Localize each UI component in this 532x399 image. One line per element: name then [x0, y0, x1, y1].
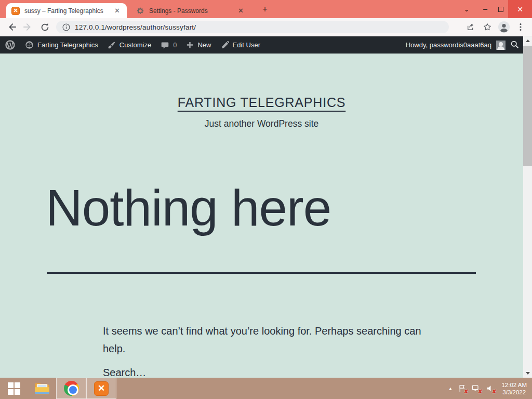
start-button[interactable] [0, 378, 28, 399]
tab-close-icon[interactable]: ✕ [113, 6, 122, 15]
wp-comments-menu[interactable]: 0 [156, 36, 181, 54]
tab-search-chevron-icon[interactable]: ⌄ [462, 5, 471, 14]
clock-date: 3/3/2022 [501, 389, 527, 396]
taskbar: ✕ ▲ ✘ ✘ ✘ 12:02 AM 3/3/2022 [0, 378, 532, 399]
wp-search-icon[interactable] [510, 40, 519, 50]
wordpress-logo-icon [5, 39, 16, 50]
wp-comment-count: 0 [173, 41, 177, 49]
back-button[interactable] [3, 20, 20, 34]
xampp-taskbar-button[interactable]: ✕ [86, 378, 116, 399]
bookmark-star-icon[interactable] [479, 20, 496, 34]
browser-tab-strip: ✕ sussy – Farting Telegraphics ✕ Setting… [0, 0, 532, 18]
browser-menu-icon[interactable] [512, 20, 529, 34]
page-scrollbar[interactable] [523, 36, 532, 378]
tab-title: sussy – Farting Telegraphics [24, 7, 113, 15]
action-center-flag-icon[interactable]: ✘ [457, 384, 467, 393]
wp-user-avatar[interactable] [496, 41, 506, 50]
clock-time: 12:02 AM [501, 381, 527, 389]
wp-site-name-menu[interactable]: Farting Telegraphics [20, 36, 103, 54]
browser-toolbar: 127.0.0.1/wordpress/author/sussyfart/ [0, 18, 532, 36]
address-bar[interactable]: 127.0.0.1/wordpress/author/sussyfart/ [56, 21, 449, 33]
system-tray: ▲ ✘ ✘ ✘ 12:02 AM 3/3/2022 [448, 378, 532, 399]
paintbrush-icon [108, 41, 116, 49]
volume-icon[interactable]: ✘ [485, 384, 495, 393]
site-info-icon[interactable] [62, 23, 70, 31]
plus-icon [186, 41, 194, 49]
search-field-label: Search… [103, 367, 146, 378]
site-title: FARTING TELEGRAPHICS [0, 95, 523, 110]
file-explorer-icon [34, 382, 50, 395]
tab-close-icon[interactable]: ✕ [236, 6, 245, 15]
reload-button[interactable] [36, 20, 53, 34]
tab-settings[interactable]: Settings - Passwords ✕ [131, 3, 250, 18]
tab-site[interactable]: ✕ sussy – Farting Telegraphics ✕ [6, 3, 127, 18]
header-divider [47, 272, 476, 274]
wp-new-menu[interactable]: New [181, 36, 216, 54]
window-minimize-button[interactable]: – [478, 0, 493, 18]
comment-bubble-icon [161, 41, 169, 49]
show-hidden-icons-chevron[interactable]: ▲ [448, 386, 453, 391]
chrome-taskbar-button[interactable] [56, 378, 86, 399]
windows-logo-icon [8, 382, 20, 395]
tab-title: Settings - Passwords [149, 7, 236, 15]
not-found-message: It seems we can’t find what you’re looki… [103, 322, 433, 357]
forward-button[interactable] [20, 20, 36, 34]
scrollbar-thumb[interactable] [523, 46, 532, 166]
site-title-link[interactable]: FARTING TELEGRAPHICS [178, 95, 345, 110]
scrollbar-up-arrow[interactable] [523, 36, 532, 45]
page-content: FARTING TELEGRAPHICS Just another WordPr… [0, 54, 523, 378]
xampp-favicon-icon: ✕ [11, 7, 20, 15]
share-icon[interactable] [462, 20, 479, 34]
wp-edit-user-label: Edit User [233, 41, 260, 49]
site-tagline: Just another WordPress site [0, 118, 523, 129]
window-restore-button[interactable] [494, 0, 508, 18]
nothing-here-heading: Nothing here [46, 182, 331, 233]
pencil-icon [221, 41, 229, 49]
profile-avatar-icon[interactable] [496, 20, 512, 34]
taskbar-clock[interactable]: 12:02 AM 3/3/2022 [499, 381, 527, 396]
wp-customize-label: Customize [119, 41, 151, 49]
wp-customize-menu[interactable]: Customize [103, 36, 156, 54]
dashboard-gauge-icon [25, 41, 34, 49]
url-text[interactable]: 127.0.0.1/wordpress/author/sussyfart/ [75, 23, 196, 31]
desktop: ✕ sussy – Farting Telegraphics ✕ Setting… [0, 0, 532, 399]
new-tab-button[interactable]: + [260, 4, 270, 15]
wp-admin-bar: Farting Telegraphics Customize 0 New Edi… [0, 36, 523, 54]
wp-site-name-label: Farting Telegraphics [37, 41, 98, 49]
wp-howdy-label[interactable]: Howdy, passwordis0aaat6aq [406, 41, 491, 49]
window-close-button[interactable]: ✕ [508, 0, 532, 18]
file-explorer-taskbar-button[interactable] [28, 378, 56, 399]
xampp-icon: ✕ [94, 381, 109, 396]
gear-favicon-icon [136, 7, 144, 15]
wp-edit-user-menu[interactable]: Edit User [216, 36, 265, 54]
wp-new-label: New [197, 41, 211, 49]
scrollbar-down-arrow[interactable] [523, 369, 532, 378]
wp-logo-menu[interactable] [0, 36, 20, 54]
chrome-icon [64, 381, 79, 396]
network-status-icon[interactable]: ✘ [471, 384, 481, 393]
